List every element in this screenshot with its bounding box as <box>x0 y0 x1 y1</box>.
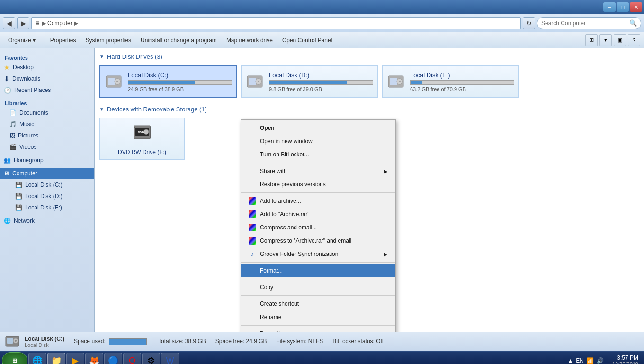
uninstall-button[interactable]: Uninstall or change a program <box>136 34 221 46</box>
search-box[interactable]: 🔍 <box>537 17 641 29</box>
ctx-rename-icon <box>249 313 256 321</box>
homegroup-icon: 👥 <box>4 157 11 164</box>
control-panel-button[interactable]: Open Control Panel <box>278 34 336 46</box>
sidebar-item-videos[interactable]: 🎬 Videos <box>0 141 94 153</box>
taskbar-word[interactable]: W <box>161 353 179 364</box>
address-path[interactable]: 🖥 ▶ Computer ▶ <box>31 17 521 29</box>
taskbar-media[interactable]: ▶ <box>66 353 84 364</box>
ctx-rar-2-icon <box>249 210 256 218</box>
taskbar-settings[interactable]: ⚙ <box>142 353 160 364</box>
sidebar-item-music[interactable]: 🎵 Music <box>0 118 94 130</box>
ctx-copy[interactable]: Copy <box>241 281 395 294</box>
ctx-open[interactable]: Open <box>241 121 395 135</box>
computer-icon: 🖥 <box>4 170 9 177</box>
status-bar-visual <box>109 338 147 345</box>
ctx-rar-3-icon <box>249 224 256 231</box>
drive-c-free: 24.9 GB free of 38.9 GB <box>128 86 232 92</box>
context-menu: Open Open in new window Turn on BitLocke… <box>241 119 396 332</box>
sidebar-item-network[interactable]: 🌐 Network <box>0 215 94 227</box>
ctx-add-archive[interactable]: Add to archive... <box>241 194 395 208</box>
ctx-properties[interactable]: Properties <box>241 327 395 332</box>
sidebar-item-desktop[interactable]: ★ Desktop <box>0 62 94 73</box>
ctx-share[interactable]: Share with ▶ <box>241 164 395 178</box>
ctx-add-rar[interactable]: Add to "Archive.rar" <box>241 208 395 221</box>
taskbar-ie[interactable]: 🌐 <box>28 353 46 364</box>
ctx-bitlocker[interactable]: Turn on BitLocker... <box>241 148 395 161</box>
drive-c-icon <box>104 72 123 91</box>
ctx-rename[interactable]: Rename <box>241 310 395 324</box>
drive-d-item[interactable]: Local Disk (D:) 9.8 GB free of 39.0 GB <box>241 65 378 98</box>
pane-button[interactable]: ▣ <box>614 34 626 46</box>
taskbar-chrome[interactable]: 🔵 <box>104 353 122 364</box>
minimize-button[interactable]: ─ <box>603 2 616 12</box>
drive-e-item[interactable]: Local Disk (E:) 63.2 GB free of 70.9 GB <box>382 65 519 98</box>
ctx-compress-email[interactable]: Compress and email... <box>241 221 395 234</box>
ctx-open-label: Open <box>260 125 275 131</box>
ctx-restore[interactable]: Restore previous versions <box>241 178 395 191</box>
svg-rect-18 <box>7 338 13 344</box>
drive-c-name: Local Disk (C:) <box>128 72 232 79</box>
sidebar-item-local-e[interactable]: 💾 Local Disk (E:) <box>0 202 94 213</box>
sidebar-item-recent[interactable]: 🕐 Recent Places <box>0 84 94 96</box>
tray-arrow[interactable]: ▲ <box>567 357 573 364</box>
ctx-compress-rar-email[interactable]: Compress to "Archive.rar" and email <box>241 234 395 247</box>
drive-d-bar <box>269 81 347 84</box>
taskbar-explorer[interactable]: 📁 <box>47 353 65 364</box>
start-button[interactable]: ⊞ <box>2 352 27 364</box>
ctx-groove[interactable]: ♪ Groove Folder Synchronization ▶ <box>241 247 395 261</box>
ie-icon: 🌐 <box>32 355 43 364</box>
sidebar-item-local-c[interactable]: 💾 Local Disk (C:) <box>0 179 94 191</box>
forward-button[interactable]: ▶ <box>17 17 29 29</box>
sidebar-item-computer[interactable]: 🖥 Computer <box>0 168 94 179</box>
ctx-restore-icon <box>249 181 256 188</box>
search-input[interactable] <box>541 20 627 27</box>
sidebar-item-pictures[interactable]: 🖼 Pictures <box>0 130 94 141</box>
drive-c-item[interactable]: Local Disk (C:) 24.9 GB free of 38.9 GB <box>99 65 237 98</box>
ctx-open-new-window[interactable]: Open in new window <box>241 135 395 148</box>
sidebar-item-downloads[interactable]: ⬇ Downloads <box>0 73 94 84</box>
system-properties-button[interactable]: System properties <box>81 34 135 46</box>
disk-d-icon: 💾 <box>15 193 22 200</box>
refresh-button[interactable]: ↻ <box>523 17 535 29</box>
favorites-section: Favorites ★ Desktop ⬇ Downloads 🕐 Recent… <box>0 52 94 96</box>
hard-disk-section-header[interactable]: ▼ Hard Disk Drives (3) <box>99 53 639 60</box>
sidebar-item-local-d[interactable]: 💾 Local Disk (D:) <box>0 191 94 202</box>
ctx-share-icon <box>249 167 256 175</box>
computer-label: Computer <box>12 170 37 177</box>
ctx-create-shortcut[interactable]: Create shortcut <box>241 297 395 310</box>
status-space-free: Space free: 24.9 GB <box>215 338 267 345</box>
view-arrow-button[interactable]: ▾ <box>599 34 612 46</box>
map-drive-button[interactable]: Map network drive <box>222 34 277 46</box>
ctx-sep-1 <box>241 163 395 163</box>
back-button[interactable]: ◀ <box>3 17 15 29</box>
ctx-add-rar-label: Add to "Archive.rar" <box>260 211 310 218</box>
dvd-item[interactable]: DVD DVD RW Drive (F:) <box>99 118 185 160</box>
svg-point-14 <box>144 129 149 135</box>
taskbar-firefox[interactable]: 🦊 <box>85 353 103 364</box>
ctx-copy-label: Copy <box>260 284 273 291</box>
recent-label: Recent Places <box>14 87 51 93</box>
explorer-icon: 📁 <box>51 355 62 364</box>
network-section: 🌐 Network <box>0 215 94 227</box>
clock-time: 3:57 PM <box>612 355 638 361</box>
sidebar-item-documents[interactable]: 📄 Documents <box>0 107 94 118</box>
view-button[interactable]: ⊞ <box>585 34 598 46</box>
disk-e-icon: 💾 <box>15 204 22 211</box>
toolbar: Organize ▾ Properties System properties … <box>0 32 644 48</box>
properties-button[interactable]: Properties <box>46 34 80 46</box>
devices-section-header[interactable]: ▼ Devices with Removable Storage (1) <box>99 106 639 113</box>
close-button[interactable]: ✕ <box>630 2 642 12</box>
disk-c-icon: 💾 <box>15 182 22 188</box>
drive-e-icon <box>386 72 405 91</box>
sidebar-item-homegroup[interactable]: 👥 Homegroup <box>0 155 94 166</box>
help-button[interactable]: ? <box>628 34 640 46</box>
drives-grid: Local Disk (C:) 24.9 GB free of 38.9 GB <box>99 65 639 98</box>
ctx-rename-label: Rename <box>260 314 281 320</box>
libraries-section: Libraries 📄 Documents 🎵 Music 🖼 Pictures… <box>0 98 94 153</box>
organize-button[interactable]: Organize ▾ <box>4 34 40 46</box>
taskbar-opera[interactable]: O <box>123 353 141 364</box>
status-bitlocker: BitLocker status: Off <box>332 338 384 345</box>
system-clock[interactable]: 3:57 PM 12/26/2019 <box>608 355 642 364</box>
maximize-button[interactable]: □ <box>617 2 629 12</box>
ctx-format[interactable]: Format... <box>241 264 395 277</box>
